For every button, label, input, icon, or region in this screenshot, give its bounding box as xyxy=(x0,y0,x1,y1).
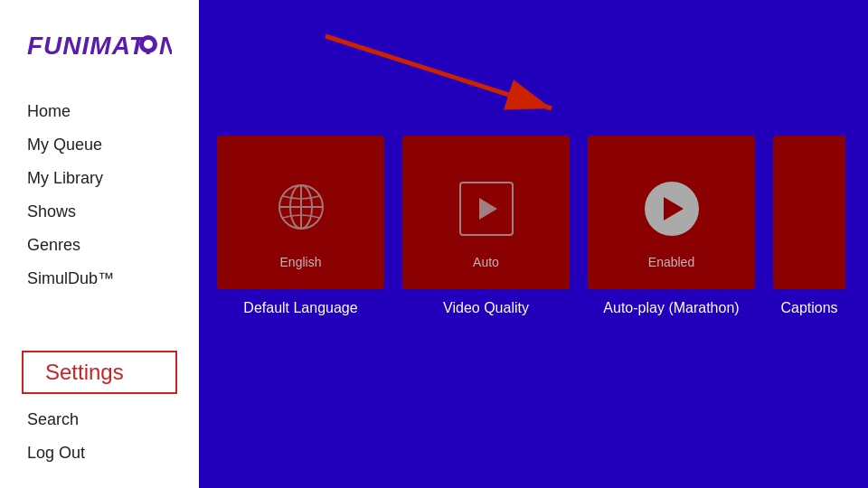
globe-icon xyxy=(274,180,328,238)
default-language-label: Default Language xyxy=(243,300,357,316)
sidebar-item-my-queue[interactable]: My Queue xyxy=(0,128,199,162)
autoplay-marathon-card-wrapper: Enabled Auto-play (Marathon) xyxy=(588,136,755,316)
video-quality-card-wrapper: Auto Video Quality xyxy=(402,136,570,316)
video-icon xyxy=(459,182,514,236)
svg-line-5 xyxy=(326,36,552,108)
default-language-sublabel: English xyxy=(280,255,322,269)
sidebar-item-search[interactable]: Search xyxy=(0,403,199,436)
autoplay-marathon-sublabel: Enabled xyxy=(648,255,694,269)
funimation-logo: FUNIMATI N xyxy=(27,27,172,68)
nav-menu: Home My Queue My Library Shows Genres Si… xyxy=(0,95,199,296)
logo-area: FUNIMATI N xyxy=(0,18,199,95)
arrow-indicator xyxy=(271,18,597,127)
default-language-card-wrapper: English Default Language xyxy=(217,136,384,316)
sidebar-item-logout[interactable]: Log Out xyxy=(0,436,199,470)
settings-cards: English Default Language Auto Video Qual… xyxy=(217,136,845,316)
play-circle-icon xyxy=(645,182,699,236)
svg-point-2 xyxy=(144,40,153,49)
default-language-card[interactable]: English xyxy=(217,136,384,289)
autoplay-marathon-card[interactable]: Enabled xyxy=(588,136,755,289)
main-content: English Default Language Auto Video Qual… xyxy=(199,0,868,488)
sidebar-item-settings[interactable]: Settings xyxy=(22,351,177,394)
sidebar-item-genres[interactable]: Genres xyxy=(0,229,199,262)
svg-text:N: N xyxy=(159,32,172,60)
sidebar-item-simuldub[interactable]: SimulDub™ xyxy=(0,262,199,296)
video-quality-label: Video Quality xyxy=(443,300,529,316)
sidebar-item-my-library[interactable]: My Library xyxy=(0,162,199,195)
sidebar-item-shows[interactable]: Shows xyxy=(0,195,199,229)
captions-label: Captions xyxy=(780,300,837,316)
captions-card-wrapper: Captions xyxy=(773,136,845,316)
svg-text:FUNIMATI: FUNIMATI xyxy=(27,32,154,60)
captions-card[interactable] xyxy=(773,136,845,289)
sidebar: FUNIMATI N Home My Queue My Library Show… xyxy=(0,0,199,488)
autoplay-marathon-label: Auto-play (Marathon) xyxy=(603,300,739,316)
sidebar-item-home[interactable]: Home xyxy=(0,95,199,128)
video-quality-card[interactable]: Auto xyxy=(402,136,570,289)
video-quality-sublabel: Auto xyxy=(473,255,499,269)
